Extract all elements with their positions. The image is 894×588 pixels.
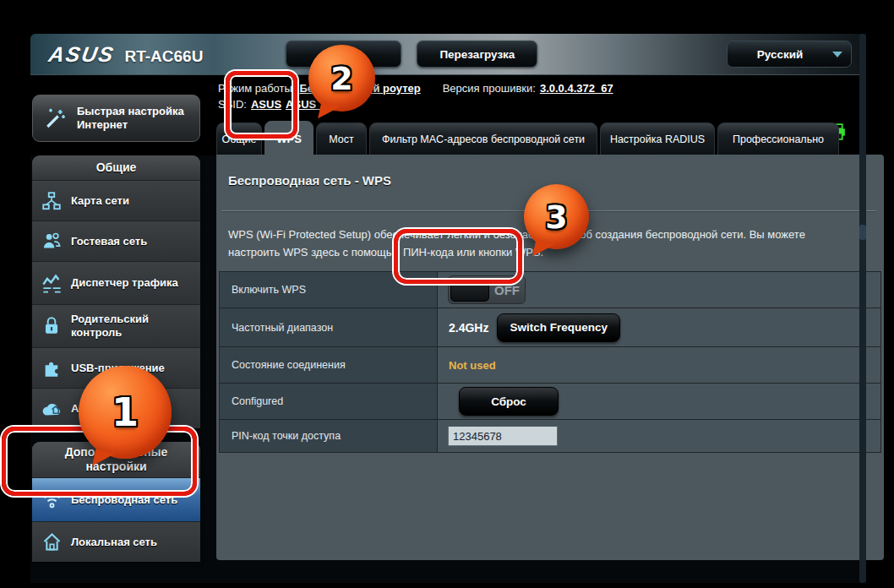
sidebar-item-parental-control[interactable]: Родительский контроль [32,304,200,347]
enable-wps-label: Включить WPS [220,272,438,308]
router-admin-window: ASUS RT-AC66U Выход Перезагрузка Русский… [30,34,864,583]
tab-bridge[interactable]: Мост [316,122,367,156]
tab-bar: Общие WPS Мост Фильтр MAC-адресов беспро… [216,121,839,156]
tab-mac-filter[interactable]: Фильтр MAC-адресов беспроводной сети [369,122,597,156]
guest-network-icon [41,230,63,253]
ssid-label: SSID: [218,98,247,111]
sidebar-item-guest-network[interactable]: Гостевая сеть [32,220,200,261]
brand-area: ASUS RT-AC66U [49,42,203,67]
table-row-enable-wps: Включить WPS OFF [220,272,880,308]
content-panel: Беспроводная сеть - WPS WPS (Wi-Fi Prote… [216,155,884,560]
table-row-connection-status: Состояние соединения Not used [220,346,880,383]
ssid-link-2[interactable]: ASUS_5G [286,98,337,111]
quick-setup-label: Быстрая настройка Интернет [77,105,199,132]
sidebar-item-label: Локальная сеть [71,536,161,549]
sidebar-item-aicloud[interactable]: AiCloud [32,388,200,428]
lan-home-icon [41,531,63,553]
firmware-link[interactable]: 3.0.0.4.372_67 [540,82,613,95]
tab-wps[interactable]: WPS [264,121,313,156]
aicloud-icon [40,397,63,421]
sidebar-section-advanced: Дополнительные настройки Беспроводная се… [32,442,200,562]
mode-label: Режим работы: [218,82,295,95]
title-divider [221,210,876,211]
table-row-configured: Configured Сброс [220,383,880,419]
sidebar-item-lan[interactable]: Локальная сеть [32,521,200,562]
pin-label: PIN-код точки доступа [220,420,438,452]
status-value: Not used [449,359,496,372]
scrollbar-thumb[interactable] [859,225,866,240]
sidebar-item-usb-application[interactable]: USB-приложение [32,347,200,388]
sidebar-item-label: AiCloud [71,402,117,416]
table-row-pin: PIN-код точки доступа [220,419,880,452]
tab-general[interactable]: Общие [216,122,262,156]
toggle-state-label: OFF [489,276,525,303]
sidebar-item-label: Карта сети [71,194,133,208]
sidebar-item-traffic-manager[interactable]: Диспетчер трафика [32,261,200,304]
top-banner: ASUS RT-AC66U Выход Перезагрузка Русский [30,34,864,74]
chevron-down-icon [832,52,842,57]
sidebar: Быстрая настройка Интернет Общие Карта с… [32,95,200,562]
asus-logo: ASUS [46,42,117,67]
wps-toggle[interactable]: OFF [448,275,526,304]
sidebar-item-network-map[interactable]: Карта сети [32,180,200,220]
sidebar-item-label: Родительский контроль [71,313,200,340]
quick-setup-button[interactable]: Быстрая настройка Интернет [32,95,200,142]
info-lines: Режим работы:Беспроводной роутерВерсия п… [218,80,613,112]
wifi-icon [41,488,63,511]
reboot-button[interactable]: Перезагрузка [417,41,537,68]
settings-table: Включить WPS OFF Частотный диапазон 2.4G… [219,271,881,453]
sidebar-item-label: Гостевая сеть [71,235,150,248]
sidebar-section-general: Общие Карта сети [32,155,200,428]
vertical-scrollbar[interactable] [859,34,866,583]
band-label: Частотный диапазон [220,308,438,346]
router-model: RT-AC66U [124,47,203,66]
screenshot-root: ASUS RT-AC66U Выход Перезагрузка Русский… [0,0,894,588]
toggle-knob [450,278,489,302]
page-description: WPS (Wi-Fi Protected Setup) обеспечивает… [228,226,855,261]
magic-wand-icon [42,106,68,131]
band-value: 2.4GHz [449,321,488,335]
tab-professional[interactable]: Профессионально [717,122,839,156]
sidebar-item-wireless[interactable]: Беспроводная сеть [32,477,200,521]
sidebar-item-label: USB-приложение [71,362,168,375]
traffic-manager-icon [41,272,63,295]
parental-control-lock-icon [41,315,63,337]
network-map-icon [41,190,63,212]
table-row-frequency: Частотный диапазон 2.4GHz Switch Frequen… [220,308,880,346]
usb-app-puzzle-icon [41,357,63,379]
sidebar-item-label: Беспроводная сеть [71,493,181,507]
section-title-general: Общие [32,155,200,180]
tab-radius[interactable]: Настройка RADIUS [600,122,715,156]
mode-link[interactable]: Беспроводной роутер [299,82,420,95]
switch-frequency-button[interactable]: Switch Frequency [497,313,620,342]
reset-button[interactable]: Сброс [459,387,559,416]
firmware-label: Версия прошивки: [443,82,536,95]
status-label: Состояние соединения [220,347,438,383]
info-line-2: SSID:ASUSASUS_5G [218,96,613,112]
language-select[interactable]: Русский [727,41,852,68]
pin-input[interactable] [448,426,558,446]
ssid-link-1[interactable]: ASUS [251,98,281,111]
logout-button[interactable]: Выход [286,41,401,68]
page-title: Беспроводная сеть - WPS [228,173,391,188]
section-title-advanced: Дополнительные настройки [32,442,200,477]
configured-label: Configured [220,384,438,419]
language-value: Русский [728,48,832,61]
sidebar-item-label: Диспетчер трафика [71,276,182,290]
info-line-1: Режим работы:Беспроводной роутерВерсия п… [218,80,613,96]
